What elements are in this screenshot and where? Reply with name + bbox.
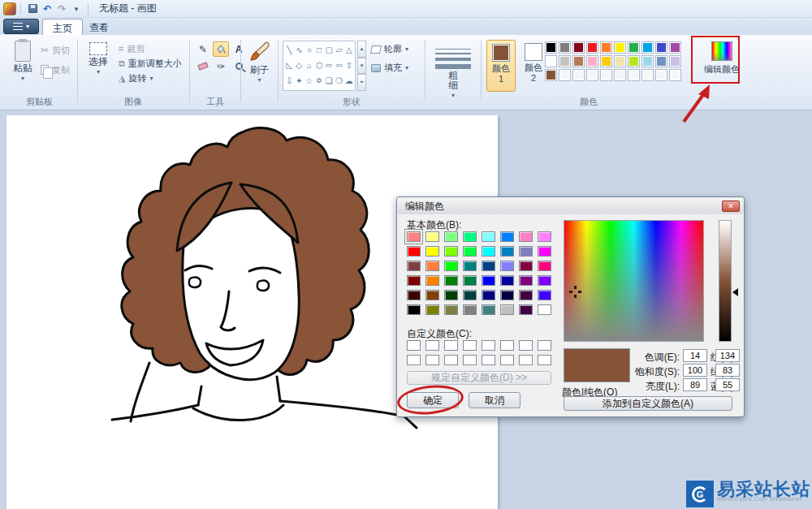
color-swatch[interactable] — [538, 275, 551, 286]
color-swatch[interactable] — [572, 69, 585, 81]
color-swatch[interactable] — [600, 55, 612, 67]
color1-button[interactable]: 颜色 1 — [486, 40, 516, 92]
dialog-title-bar[interactable]: 编辑颜色 — [398, 198, 743, 214]
shape-icon[interactable]: ❏ — [326, 77, 333, 85]
color-swatch[interactable] — [538, 261, 551, 271]
color-swatch[interactable] — [572, 55, 585, 67]
color-swatch[interactable] — [500, 290, 514, 300]
color-swatch[interactable] — [463, 231, 477, 242]
color-swatch[interactable] — [586, 69, 598, 81]
color-swatch[interactable] — [500, 304, 514, 315]
color-swatch[interactable] — [572, 41, 585, 54]
color-swatch[interactable] — [425, 304, 439, 315]
color-swatch[interactable] — [425, 261, 439, 271]
color-swatch[interactable] — [463, 246, 477, 257]
application-menu-button[interactable]: ▾ — [3, 19, 39, 34]
color-swatch[interactable] — [641, 41, 654, 54]
cut-button[interactable]: ✂ 剪切 — [41, 43, 70, 58]
shape-icon[interactable]: ▱ — [336, 46, 343, 54]
color-swatch[interactable] — [482, 355, 495, 365]
color-swatch[interactable] — [425, 355, 439, 365]
color-swatch[interactable] — [538, 304, 551, 315]
color-swatch[interactable] — [600, 69, 612, 81]
color-swatch[interactable] — [519, 355, 533, 365]
color-swatch[interactable] — [463, 304, 477, 315]
color-swatch[interactable] — [545, 69, 557, 81]
redo-button[interactable]: ↷ — [54, 2, 69, 15]
color-swatch[interactable] — [444, 304, 458, 315]
hue-saturation-field[interactable] — [564, 220, 704, 342]
color-swatch[interactable] — [586, 55, 598, 67]
color-swatch[interactable] — [425, 275, 439, 286]
color-swatch[interactable] — [500, 246, 514, 257]
color-swatch[interactable] — [559, 69, 571, 81]
color-swatch[interactable] — [669, 69, 681, 81]
color-swatch[interactable] — [538, 290, 551, 300]
color-swatch[interactable] — [669, 55, 681, 67]
color-swatch[interactable] — [425, 231, 439, 242]
select-button[interactable]: 选择 — [83, 38, 114, 75]
color-swatch[interactable] — [500, 275, 514, 286]
shape-icon[interactable]: ╲ — [287, 46, 292, 54]
color-swatch[interactable] — [519, 231, 533, 242]
color-swatch[interactable] — [482, 304, 495, 315]
sat-input[interactable]: 100 — [683, 364, 707, 377]
color-swatch[interactable] — [444, 261, 458, 271]
color-swatch[interactable] — [463, 261, 477, 271]
color-swatch[interactable] — [482, 290, 495, 300]
lum-input[interactable]: 89 — [683, 378, 707, 391]
color-swatch[interactable] — [407, 304, 421, 315]
color-swatch[interactable] — [641, 55, 654, 67]
save-button[interactable] — [25, 2, 40, 15]
color-swatch[interactable] — [500, 355, 514, 365]
eraser-tool[interactable] — [195, 58, 211, 74]
color-swatch[interactable] — [559, 55, 571, 67]
color2-button[interactable]: 颜色 2 — [519, 40, 548, 92]
shape-icon[interactable]: ⇦ — [335, 62, 342, 70]
size-button[interactable]: 粗细 — [434, 35, 473, 99]
color-swatch[interactable] — [538, 340, 551, 351]
tab-view[interactable]: 查看 — [80, 19, 119, 35]
red-input[interactable]: 134 — [715, 349, 740, 362]
shape-icon[interactable]: ▢ — [326, 46, 333, 54]
color-swatch[interactable] — [614, 69, 626, 81]
add-to-custom-colors-button[interactable]: 添加到自定义颜色(A) — [564, 396, 732, 411]
color-swatch[interactable] — [444, 290, 458, 300]
color-swatch[interactable] — [500, 231, 514, 242]
shape-icon[interactable]: ✦ — [296, 77, 302, 85]
shape-icon[interactable]: ◇ — [296, 62, 303, 70]
paste-button[interactable]: 粘贴 — [6, 37, 39, 82]
color-swatch[interactable] — [407, 246, 421, 257]
resize-button[interactable]: ⧉ 重新调整大小 — [119, 56, 182, 71]
color-swatch[interactable] — [407, 275, 421, 286]
color-swatch[interactable] — [655, 69, 667, 81]
color-swatch[interactable] — [425, 246, 439, 257]
color-swatch[interactable] — [628, 41, 640, 54]
color-swatch[interactable] — [519, 290, 533, 300]
fill-bucket-tool[interactable] — [213, 41, 229, 57]
color-swatch[interactable] — [519, 275, 533, 286]
color-swatch[interactable] — [586, 41, 598, 54]
blue-input[interactable]: 55 — [715, 378, 740, 391]
copy-button[interactable]: 复制 — [41, 63, 70, 77]
color-swatch[interactable] — [482, 340, 495, 351]
luminance-bar[interactable] — [719, 220, 732, 342]
color-swatch[interactable] — [407, 290, 421, 300]
color-swatch[interactable] — [463, 275, 477, 286]
color-swatch[interactable] — [538, 246, 551, 257]
color-swatch[interactable] — [600, 41, 612, 54]
color-swatch[interactable] — [628, 55, 640, 67]
color-swatch[interactable] — [407, 231, 421, 242]
scroll-up-button[interactable]: ▲ — [357, 41, 366, 58]
undo-button[interactable]: ↶ — [40, 2, 54, 15]
shape-icon[interactable]: ☁ — [345, 77, 353, 85]
gallery-expand-button[interactable]: ⏷ — [357, 74, 366, 91]
shape-icon[interactable]: ∿ — [296, 46, 302, 54]
dialog-close-button[interactable]: ✕ — [722, 201, 740, 212]
shape-icon[interactable]: □ — [317, 46, 322, 54]
color-swatch[interactable] — [545, 41, 557, 54]
color-swatch[interactable] — [669, 41, 681, 54]
shape-icon[interactable]: ❍ — [335, 77, 343, 85]
color-swatch[interactable] — [425, 290, 439, 300]
rotate-button[interactable]: ◮ 旋转 ▾ — [119, 71, 182, 85]
